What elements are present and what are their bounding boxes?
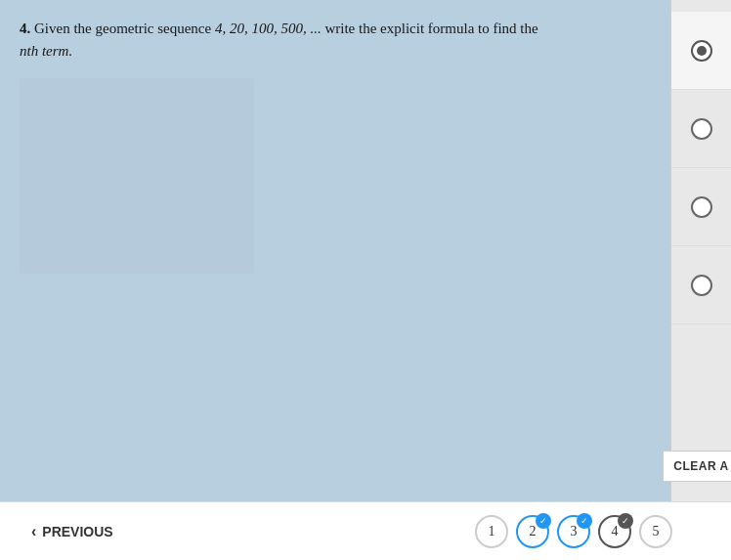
question-area: 4. Given the geometric sequence 4, 20, 1… [0, 0, 731, 501]
page-btn-4[interactable]: 4 ✓ [598, 515, 631, 548]
answer-option-3[interactable] [671, 168, 731, 246]
radio-3[interactable] [691, 196, 712, 218]
radio-2[interactable] [691, 118, 712, 140]
page-4-label: 4 [612, 524, 619, 539]
check-icon-2: ✓ [536, 513, 551, 529]
page-btn-3[interactable]: 3 ✓ [557, 515, 590, 548]
question-text: 4. Given the geometric sequence 4, 20, 1… [20, 18, 684, 62]
answer-option-2[interactable] [671, 90, 731, 168]
radio-4[interactable] [691, 275, 712, 296]
previous-button[interactable]: ‹ PREVIOUS [20, 515, 125, 548]
sequence-values: 4, 20, 100, 500, ... [215, 21, 322, 36]
page-1-label: 1 [489, 524, 495, 539]
clear-button[interactable]: CLEAR A [663, 451, 731, 482]
radio-1[interactable] [691, 40, 712, 62]
question-text-before: Given the geometric sequence [34, 21, 211, 36]
page-btn-5[interactable]: 5 [639, 515, 672, 548]
question-text-after: write the explicit formula to find the [324, 21, 538, 36]
answer-option-1[interactable] [671, 12, 731, 90]
previous-label: PREVIOUS [42, 524, 112, 539]
page-btn-1[interactable]: 1 [475, 515, 508, 548]
image-placeholder [20, 78, 254, 274]
page-2-label: 2 [530, 524, 537, 539]
check-icon-4: ✓ [618, 513, 633, 529]
nth-term-label: nth term. [20, 43, 72, 59]
main-content: 4. Given the geometric sequence 4, 20, 1… [0, 0, 731, 560]
question-number: 4. [20, 21, 30, 36]
chevron-left-icon: ‹ [31, 523, 36, 540]
bottom-nav: ‹ PREVIOUS 1 2 ✓ 3 ✓ 4 ✓ [0, 501, 731, 560]
page-3-label: 3 [571, 524, 578, 539]
page-numbers: 1 2 ✓ 3 ✓ 4 ✓ 5 [475, 515, 672, 548]
right-panel: CLEAR A [670, 0, 731, 560]
page-5-label: 5 [653, 524, 660, 539]
check-icon-3: ✓ [577, 513, 592, 529]
page-btn-2[interactable]: 2 ✓ [516, 515, 549, 548]
answer-option-4[interactable] [671, 246, 731, 324]
